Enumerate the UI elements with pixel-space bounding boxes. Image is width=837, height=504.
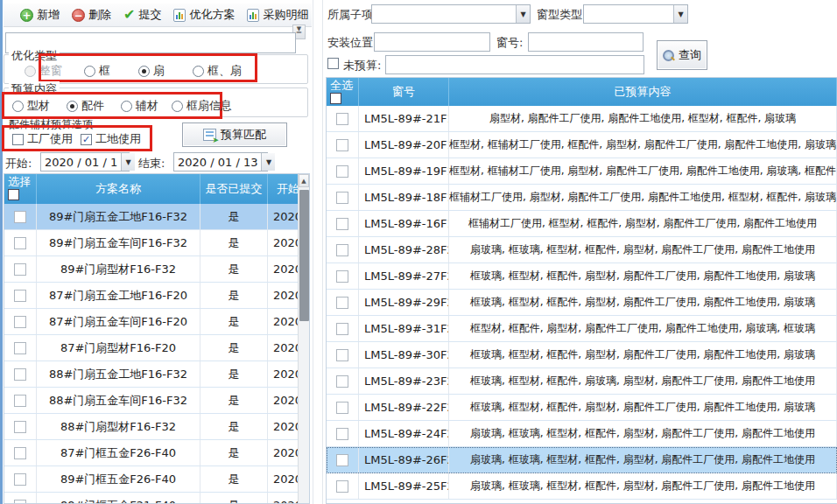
row-checkbox[interactable] xyxy=(336,139,348,151)
row-checkbox[interactable] xyxy=(14,421,26,433)
row-checkbox[interactable] xyxy=(336,375,348,388)
table-row[interactable]: LM5L-89#-28F26扇玻璃, 框玻璃, 框型材, 框配件, 扇型材, 扇… xyxy=(327,237,837,263)
scheme-table-scrollbar[interactable]: ▲ xyxy=(298,174,309,504)
row-checkbox[interactable] xyxy=(336,454,348,466)
row-checkbox[interactable] xyxy=(14,500,26,504)
query-button[interactable]: 查询 xyxy=(657,40,707,70)
delete-button[interactable]: − 删除 xyxy=(67,5,116,24)
radio-frame-sash[interactable]: 框、扇 xyxy=(193,63,242,79)
table-row[interactable]: 89#门扇五金工地F16-F32是2020/0 xyxy=(4,204,309,230)
table-row[interactable]: 88#门扇型材F16-F32是2020/0 xyxy=(4,414,309,440)
row-checkbox[interactable] xyxy=(336,480,348,493)
table-row[interactable]: LM5L-89#-19F17框型材, 框辅材工厂使用, 扇型材, 扇配件工厂使用… xyxy=(327,158,837,185)
table-row[interactable]: 88#门扇五金车间F16-F32是2020/0 xyxy=(4,388,309,414)
row-checkbox[interactable] xyxy=(336,113,348,125)
radio-icon xyxy=(138,66,150,77)
checkbox-cell xyxy=(327,211,359,236)
budgeted-content-cell: 框型材, 框配件, 扇型材, 扇配件工厂使用, 扇配件工地使用, 扇玻璃, 框玻… xyxy=(449,316,837,341)
row-checkbox[interactable] xyxy=(14,263,26,276)
table-row[interactable]: 88#门框五金F21-F40是2020/0 xyxy=(4,493,309,504)
row-checkbox[interactable] xyxy=(14,290,26,302)
table-row[interactable]: LM5L-89#-25F23扇玻璃, 框玻璃, 框型材, 框配件, 扇型材, 扇… xyxy=(327,473,837,500)
checkbox-cell xyxy=(327,421,359,446)
budgeted-content-cell: 扇玻璃, 框玻璃, 框型材, 框配件, 扇型材, 扇配件工厂使用, 扇配件工地使… xyxy=(449,447,837,472)
scrollbar-thumb[interactable] xyxy=(299,190,309,321)
checkbox-cell xyxy=(4,493,37,504)
radio-frame-sash-info[interactable]: 框扇信息 xyxy=(172,98,232,114)
site-use-checkbox[interactable]: 工地使用 xyxy=(81,131,141,147)
table-row[interactable]: 87#门框五金F26-F40是2020/0 xyxy=(4,440,309,466)
row-checkbox[interactable] xyxy=(14,211,26,223)
table-row[interactable]: LM5L-89#-26F24扇玻璃, 框玻璃, 框型材, 框配件, 扇型材, 扇… xyxy=(327,447,837,473)
table-row[interactable]: 89#门框五金F26-F40是2020/0 xyxy=(4,466,309,493)
chevron-down-icon[interactable]: ▼ xyxy=(121,153,135,171)
table-row[interactable]: LM5L-89#-27F25框玻璃, 框型材, 框配件, 扇型材, 扇配件工厂使… xyxy=(327,263,837,290)
table-row[interactable]: LM5L-89#-18F16框辅材工厂使用, 扇型材, 扇配件工厂使用, 扇配件… xyxy=(327,185,837,211)
install-position-input[interactable] xyxy=(374,32,490,52)
checkbox-icon xyxy=(327,58,339,69)
row-checkbox[interactable] xyxy=(336,428,348,440)
table-row[interactable]: 88#门扇五金工地F16-F32是2020/0 xyxy=(4,361,309,388)
table-row[interactable]: LM5L-89#-30F28框玻璃, 框型材, 框配件, 扇型材, 扇配件工厂使… xyxy=(327,342,837,368)
submit-button[interactable]: ✔ 提交 xyxy=(119,5,165,24)
row-checkbox[interactable] xyxy=(336,402,348,414)
radio-icon xyxy=(172,101,183,112)
add-button[interactable]: + 新增 xyxy=(16,5,64,24)
purchase-detail-button[interactable]: 采购明细 ▼ xyxy=(243,5,322,24)
row-checkbox[interactable] xyxy=(336,165,348,178)
radio-sash[interactable]: 扇 xyxy=(138,63,165,79)
no-budget-checkbox[interactable] xyxy=(327,58,339,69)
table-row[interactable]: 87#门扇型材F16-F20是2020/0 xyxy=(4,335,309,361)
row-checkbox[interactable] xyxy=(14,395,26,407)
row-checkbox[interactable] xyxy=(14,316,26,328)
window-type-select[interactable]: ▼ xyxy=(583,4,688,24)
chevron-down-icon[interactable]: ▼ xyxy=(673,5,687,23)
select-all-checkbox[interactable] xyxy=(330,93,341,104)
table-row[interactable]: LM5L-89#-31F29框型材, 框配件, 扇型材, 扇配件工厂使用, 扇配… xyxy=(327,316,837,342)
sub-item-select[interactable]: ▼ xyxy=(371,4,531,24)
table-row[interactable]: 87#门扇五金工地F16-F20是2020/0 xyxy=(4,283,309,309)
table-row[interactable]: LM5L-89#-21F19扇型材, 扇配件工厂使用, 扇配件工地使用, 框型材… xyxy=(327,106,837,132)
select-all-checkbox[interactable] xyxy=(8,189,19,200)
row-checkbox[interactable] xyxy=(14,237,26,249)
factory-use-checkbox[interactable]: 工厂使用 xyxy=(12,131,73,147)
submitted-cell: 是 xyxy=(200,414,268,439)
table-row[interactable]: LM5L-89#-24F22扇玻璃, 框玻璃, 框型材, 框配件, 扇型材, 扇… xyxy=(327,421,837,447)
no-budget-input[interactable] xyxy=(385,55,644,74)
radio-frame[interactable]: 框 xyxy=(84,63,110,79)
row-checkbox[interactable] xyxy=(14,368,26,381)
radio-accessory[interactable]: 配件 xyxy=(67,98,104,114)
table-row[interactable]: 89#门扇五金车间F16-F32是2020/0 xyxy=(4,230,309,256)
row-checkbox[interactable] xyxy=(14,473,26,486)
row-checkbox[interactable] xyxy=(336,192,348,204)
optimize-plan-button[interactable]: 优化方案 xyxy=(169,5,239,24)
window-no-cell: LM5L-89#-24F22 xyxy=(359,421,449,446)
panel-splitter[interactable] xyxy=(313,0,323,504)
row-checkbox[interactable] xyxy=(336,323,348,335)
radio-profile[interactable]: 型材 xyxy=(12,98,50,114)
scroll-up-icon[interactable]: ▲ xyxy=(299,174,309,187)
window-no-input[interactable] xyxy=(528,32,644,52)
chevron-down-icon[interactable]: ▼ xyxy=(516,5,530,23)
row-checkbox[interactable] xyxy=(336,297,348,309)
table-row[interactable]: LM5L-89#-20F18框型材, 框辅材工厂使用, 框配件, 扇型材, 扇配… xyxy=(327,132,837,158)
table-row[interactable]: LM5L-89#-29F27框玻璃, 框型材, 框配件, 扇型材, 扇配件工厂使… xyxy=(327,290,837,316)
table-row[interactable]: 87#门扇五金车间F16-F20是2020/0 xyxy=(4,309,309,335)
budget-match-button[interactable]: 预算匹配 xyxy=(182,122,287,147)
table-row[interactable]: LM5L-89#-22F20框玻璃, 框型材, 框配件, 扇型材, 扇配件工厂使… xyxy=(327,395,837,421)
row-checkbox[interactable] xyxy=(336,349,348,361)
row-checkbox[interactable] xyxy=(336,244,348,256)
budgeted-content-cell: 框玻璃, 框型材, 框配件, 扇型材, 扇配件工厂使用, 扇配件工地使用, 扇玻… xyxy=(449,342,837,368)
row-checkbox[interactable] xyxy=(336,218,348,230)
start-date-picker[interactable]: 2020 / 01 / 1 ▼ xyxy=(40,152,130,172)
table-row[interactable]: LM5L-89#-23F21框玻璃, 框型材, 框配件, 扇玻璃, 扇型材, 扇… xyxy=(327,368,837,395)
end-date-picker[interactable]: 2020 / 01 / 13 ▼ xyxy=(173,152,268,172)
table-row[interactable]: LM5L-89#-16F15框辅材工厂使用, 框型材, 框配件, 扇型材, 扇配… xyxy=(327,211,837,237)
checkbox-cell xyxy=(327,290,359,315)
row-checkbox[interactable] xyxy=(14,447,26,459)
table-row[interactable]: 89#门扇型材F16-F32是2020/0 xyxy=(4,256,309,283)
row-checkbox[interactable] xyxy=(14,342,26,354)
row-checkbox[interactable] xyxy=(336,270,348,283)
chevron-down-icon[interactable]: ▼ xyxy=(261,153,275,171)
radio-auxiliary[interactable]: 辅材 xyxy=(121,98,158,114)
